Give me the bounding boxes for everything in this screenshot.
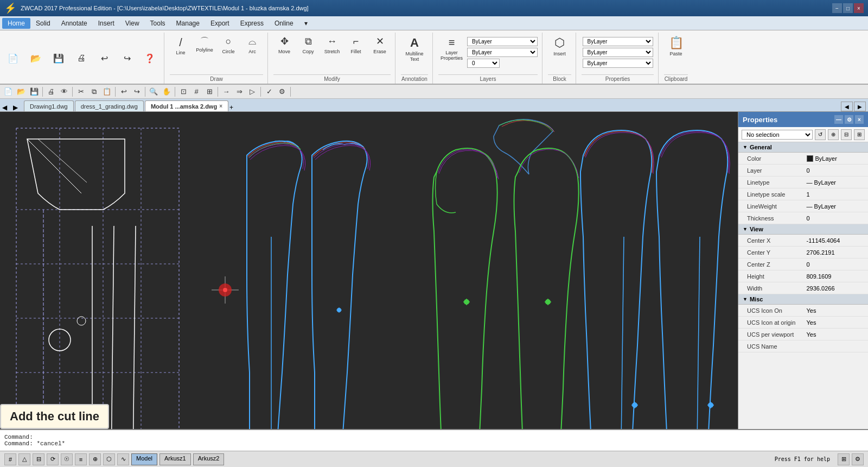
selection-dropdown[interactable]: No selection — [742, 130, 813, 140]
new-tb-btn[interactable]: 📄 — [2, 86, 14, 98]
stretch-button[interactable]: ↔ Stretch — [321, 35, 343, 55]
prop-close-btn[interactable]: × — [855, 115, 864, 124]
tab-nav-right[interactable]: ▶ — [13, 104, 24, 111]
pan-tb-btn[interactable]: ✋ — [161, 86, 173, 98]
menu-view[interactable]: View — [120, 18, 145, 29]
menu-export[interactable]: Export — [205, 18, 235, 29]
layout-tab-2[interactable]: Arkusz2 — [193, 453, 225, 465]
copy-button[interactable]: ⧉ Copy — [297, 35, 319, 55]
prop-bylayer-2[interactable]: ByLayer — [583, 48, 653, 57]
layout-tab-1[interactable]: Arkusz1 — [159, 453, 191, 465]
help-btn[interactable]: ❓ — [139, 52, 161, 65]
tab-drawing1[interactable]: Drawing1.dwg — [24, 100, 74, 111]
grid-tb-btn[interactable]: # — [190, 86, 202, 98]
model-tab[interactable]: Model — [131, 453, 157, 465]
menu-online[interactable]: Online — [269, 18, 299, 29]
save-tb-btn[interactable]: 💾 — [28, 86, 40, 98]
prop-bylayer-1[interactable]: ByLayer — [583, 37, 653, 46]
menu-tools[interactable]: Tools — [145, 18, 171, 29]
snap-tb-btn[interactable]: ⊡ — [177, 86, 189, 98]
general-expand-icon: ▼ — [743, 144, 748, 150]
arc-button[interactable]: ⌓ Arc — [241, 35, 263, 55]
panel-toggle-right[interactable]: ▶ — [854, 102, 866, 111]
circle-button[interactable]: ○ Circle — [218, 35, 239, 55]
tab-add-btn[interactable]: + — [229, 104, 240, 111]
arrow-tb-btn[interactable]: → — [220, 86, 232, 98]
move-button[interactable]: ✥ Move — [273, 35, 295, 55]
misc-section-header[interactable]: ▼ Misc — [738, 294, 868, 305]
menu-home[interactable]: Home — [2, 18, 30, 29]
redo-btn[interactable]: ↪ — [116, 52, 138, 65]
menu-annotate[interactable]: Annotate — [56, 18, 93, 29]
menu-insert[interactable]: Insert — [93, 18, 120, 29]
cut-tb-btn[interactable]: ✂ — [75, 86, 87, 98]
layer-num-select[interactable]: 0 — [467, 59, 500, 68]
insert-button[interactable]: ⬡ Insert — [549, 35, 571, 58]
ortho-tb-btn[interactable]: ⊞ — [203, 86, 215, 98]
preview-tb-btn[interactable]: 👁 — [58, 86, 70, 98]
tab-nav-left[interactable]: ◀ — [2, 104, 13, 111]
prop-bylayer-3[interactable]: ByLayer — [583, 59, 653, 68]
status-polar-btn[interactable]: ⟳ — [47, 453, 59, 465]
view-section-header[interactable]: ▼ View — [738, 224, 868, 235]
tab-modul1[interactable]: Modul 1 ...amska 2.dwg × — [145, 100, 228, 111]
open-tb-btn[interactable]: 📂 — [15, 86, 27, 98]
undo-btn[interactable]: ↩ — [93, 52, 115, 65]
prop-toggle-btn[interactable]: — — [834, 115, 843, 124]
menu-express[interactable]: Express — [235, 18, 269, 29]
general-section-header[interactable]: ▼ General — [738, 142, 868, 153]
status-left: # △ ⊟ ⟳ ☉ ≡ ⊕ ⬡ ∿ Model Arkusz1 Arkusz2 — [4, 453, 224, 465]
tab-drawing1-label: Drawing1.dwg — [30, 103, 68, 110]
erase-button[interactable]: ✕ Erase — [369, 35, 391, 55]
print-tb-btn[interactable]: 🖨 — [45, 86, 57, 98]
layer-select[interactable]: ByLayer — [467, 37, 538, 46]
paste-button[interactable]: 📋 Paste — [665, 35, 687, 58]
prop-btn-2[interactable]: ⊕ — [828, 129, 839, 140]
quick-print-btn[interactable]: 🖨 — [71, 52, 92, 64]
status-snap-btn[interactable]: △ — [18, 453, 30, 465]
fillet-button[interactable]: ⌐ Fillet — [345, 35, 367, 55]
multiline-text-button[interactable]: A MultilineText — [401, 35, 428, 63]
close-button[interactable]: × — [854, 3, 864, 13]
layer-properties-button[interactable]: ≡ LayerProperties — [438, 35, 465, 62]
status-otrack-btn[interactable]: ≡ — [75, 453, 87, 465]
status-lweight-btn[interactable]: ⬡ — [103, 453, 115, 465]
layer-color-select[interactable]: ByLayer — [467, 48, 538, 57]
command-line-1: Command: — [4, 434, 864, 440]
quick-new-btn[interactable]: 📄 — [2, 52, 24, 65]
paste-tb-btn[interactable]: 📋 — [101, 86, 113, 98]
maximize-button[interactable]: □ — [843, 3, 853, 13]
status-ortho-btn[interactable]: ⊟ — [33, 453, 44, 465]
quick-open-btn[interactable]: 📂 — [25, 52, 47, 65]
copy-tb-btn[interactable]: ⧉ — [88, 86, 100, 98]
tab-dress-grading[interactable]: dress_1_grading.dwg — [75, 100, 144, 111]
view-grid-btn[interactable]: ⊞ — [838, 453, 850, 465]
arrow2-tb-btn[interactable]: ⇒ — [233, 86, 245, 98]
status-tmodel-btn[interactable]: ∿ — [117, 453, 129, 465]
status-grid-btn[interactable]: # — [4, 453, 16, 465]
prop-tb-btn[interactable]: ⚙ — [276, 86, 288, 98]
no-selection-bar: No selection ↺ ⊕ ⊟ ⊞ — [738, 127, 868, 142]
menu-more[interactable]: ▾ — [299, 18, 313, 29]
prop-settings-btn[interactable]: ⚙ — [845, 115, 853, 124]
status-osnap-btn[interactable]: ☉ — [61, 453, 73, 465]
zoom-tb-btn[interactable]: 🔍 — [148, 86, 159, 98]
undo-tb-btn[interactable]: ↩ — [118, 86, 130, 98]
redo-tb-btn[interactable]: ↪ — [131, 86, 143, 98]
prop-btn-3[interactable]: ⊟ — [841, 129, 852, 140]
tab-close-icon[interactable]: × — [219, 103, 222, 109]
minimize-button[interactable]: − — [832, 3, 842, 13]
prop-btn-1[interactable]: ↺ — [815, 129, 826, 140]
canvas-area[interactable]: Y X + — [0, 112, 738, 429]
check-tb-btn[interactable]: ✓ — [263, 86, 275, 98]
menu-manage[interactable]: Manage — [171, 18, 205, 29]
panel-toggle-left[interactable]: ◀ — [841, 102, 853, 111]
menu-solid[interactable]: Solid — [30, 18, 56, 29]
status-dynin-btn[interactable]: ⊕ — [89, 453, 101, 465]
quick-save-btn[interactable]: 💾 — [48, 52, 69, 65]
polyline-button[interactable]: ⌒ Polyline — [194, 35, 215, 54]
workspace-btn[interactable]: ⚙ — [852, 453, 864, 465]
arrow3-tb-btn[interactable]: ▷ — [246, 86, 258, 98]
line-button[interactable]: / Line — [170, 35, 192, 56]
prop-btn-4[interactable]: ⊞ — [854, 129, 865, 140]
